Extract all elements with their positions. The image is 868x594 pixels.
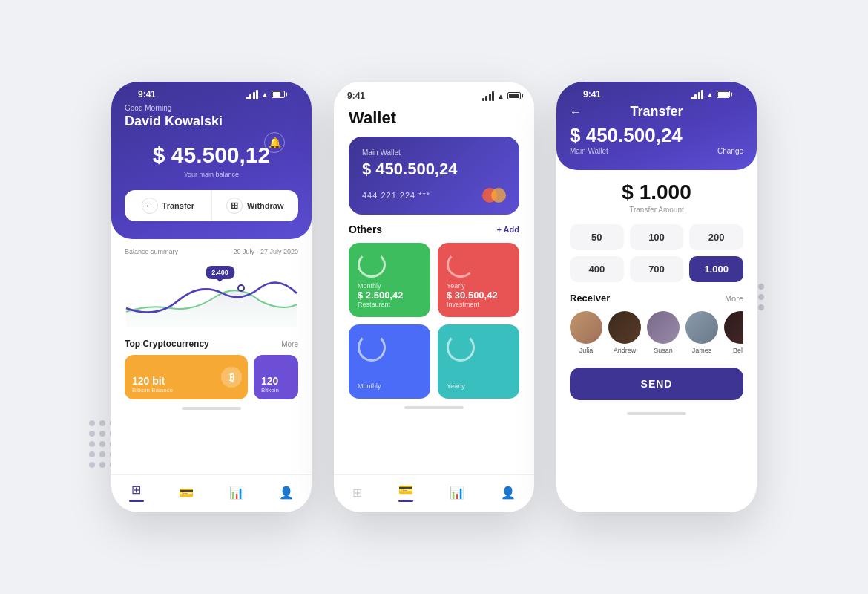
wallet-name-1: Restaurant (358, 301, 421, 308)
transfer-top: 9:41 ▲ ← Transfer $ 450.500,24 Main Wall… (556, 82, 757, 170)
signal-icon-1 (246, 90, 259, 99)
wallet-amount-1: $ 2.500,42 (358, 290, 421, 301)
receiver-julia[interactable]: Julia (570, 311, 602, 354)
nav-profile-2[interactable]: 👤 (493, 486, 523, 500)
battery-icon-1 (272, 91, 285, 98)
progress-circle-1 (358, 252, 386, 278)
add-button[interactable]: + Add (497, 225, 519, 234)
profile-icon: 👤 (279, 486, 294, 500)
crypto-more[interactable]: More (281, 340, 298, 348)
wallet-name-2: Investment (447, 301, 510, 308)
dashboard-icon: ⊞ (131, 483, 141, 497)
balance-label: Your main balance (125, 171, 298, 178)
receiver-name-susan: Susan (654, 347, 673, 354)
receiver-name-james: James (692, 347, 712, 354)
wallet-item-4[interactable]: Yearly (438, 324, 519, 399)
amount-btn-200[interactable]: 200 (689, 224, 743, 250)
mastercard-icon (482, 188, 506, 203)
avatar-susan (647, 311, 680, 344)
progress-circle-2 (447, 252, 475, 278)
transfer-amount-display: $ 1.000 (570, 180, 743, 204)
wallet-amount-2: $ 30.500,42 (447, 290, 510, 301)
others-title: Others (349, 223, 382, 235)
amount-btn-100[interactable]: 100 (630, 224, 684, 250)
greeting-label: Good Morning (125, 104, 298, 112)
withdraw-button[interactable]: ⊞ Withdraw (212, 190, 299, 221)
home-indicator-2 (404, 406, 464, 409)
dashboard-top: 9:41 ▲ Good Morning David Kowalski 🔔 (111, 82, 312, 239)
amount-btn-700[interactable]: 700 (630, 256, 684, 282)
receiver-james[interactable]: James (685, 311, 718, 354)
bottom-nav-1: ⊞ 💳 📊 👤 (111, 474, 312, 505)
receiver-header: Receiver More (570, 293, 743, 304)
transfer-amount-label: Transfer Amount (570, 206, 743, 214)
transfer-button[interactable]: ↔ Transfer (125, 190, 212, 221)
amount-btn-50[interactable]: 50 (570, 224, 624, 250)
phone-dashboard: 9:41 ▲ Good Morning David Kowalski 🔔 (111, 82, 312, 512)
transfer-nav: ← Transfer (570, 104, 743, 120)
wallet-title: Wallet (334, 105, 534, 137)
nav-card-2[interactable]: 💳 (391, 483, 421, 502)
transfer-amount-section: $ 1.000 Transfer Amount (570, 180, 743, 214)
avatar-andrew (608, 311, 641, 344)
nav-chart[interactable]: 📊 (222, 486, 251, 500)
progress-circle-3 (358, 333, 386, 362)
transfer-body: $ 1.000 Transfer Amount 50 100 200 400 7… (556, 170, 757, 411)
amount-btn-400[interactable]: 400 (570, 256, 624, 282)
send-button[interactable]: SEND (570, 368, 743, 400)
crypto-card-2[interactable]: 120 Bitkoin (254, 355, 298, 399)
phone-transfer: 9:41 ▲ ← Transfer $ 450.500,24 Main Wall… (556, 82, 757, 512)
receiver-bella[interactable]: Bella (724, 311, 743, 354)
wallet-card-footer: 444 221 224 *** (362, 188, 506, 203)
back-button[interactable]: ← (570, 105, 582, 119)
bell-icon[interactable]: 🔔 (264, 132, 285, 153)
crypto-card-bitcoin[interactable]: ₿ 120 bit Bitkoin Balance (125, 355, 248, 399)
avatar-james (685, 311, 718, 344)
status-icons-1: ▲ (246, 90, 285, 99)
wallet-period-3: Monthly (358, 382, 421, 390)
chart-icon-2: 📊 (450, 486, 464, 500)
wallet-item-investment[interactable]: Yearly $ 30.500,42 Investment (438, 243, 519, 317)
receiver-susan[interactable]: Susan (647, 311, 680, 354)
chart-date: 20 July - 27 July 2020 (233, 248, 298, 255)
chart-label: Balance summary (125, 248, 178, 255)
profile-icon-2: 👤 (501, 486, 516, 500)
nav-chart-2[interactable]: 📊 (442, 486, 472, 500)
nav-card[interactable]: 💳 (171, 486, 201, 500)
chart-section: Balance summary 20 July - 27 July 2020 (111, 239, 312, 333)
username-label: David Kowalski (125, 114, 298, 129)
battery-icon-3 (717, 91, 730, 98)
avatar-bella (724, 311, 743, 344)
chart-header: Balance summary 20 July - 27 July 2020 (125, 248, 298, 255)
wallet-item-3[interactable]: Monthly (349, 324, 430, 399)
mc-circle-right (491, 188, 506, 203)
nav-dashboard-2[interactable]: ⊞ (345, 486, 369, 500)
crypto-section: Top Cryptocurrency More ₿ 120 bit Bitkoi… (111, 333, 312, 405)
amount-btn-1000[interactable]: 1.000 (689, 256, 743, 282)
phones-container: 9:41 ▲ Good Morning David Kowalski 🔔 (111, 82, 757, 512)
receiver-list: Julia Andrew Susan James (570, 311, 743, 357)
card-icon-2: 💳 (398, 483, 413, 497)
wifi-icon-3: ▲ (706, 91, 714, 99)
battery-icon-2 (507, 92, 521, 99)
bitcoin-icon: ₿ (221, 367, 242, 388)
wallet-period-1: Monthly (358, 282, 421, 290)
nav-dashboard[interactable]: ⊞ (122, 483, 151, 502)
receiver-more[interactable]: More (725, 294, 743, 303)
crypto-amount-2: 120 (261, 375, 291, 387)
transfer-page-title: Transfer (630, 104, 683, 120)
progress-circle-4 (447, 333, 475, 362)
wallet-item-restaurant[interactable]: Monthly $ 2.500,42 Restaurant (349, 243, 430, 317)
home-indicator-1 (182, 407, 241, 410)
bottom-nav-2: ⊞ 💳 📊 👤 (334, 474, 534, 505)
card-icon: 💳 (179, 486, 194, 500)
receiver-title: Receiver (570, 293, 610, 304)
nav-profile[interactable]: 👤 (272, 486, 301, 500)
transfer-wallet-row: Main Wallet Change (570, 147, 743, 155)
receiver-andrew[interactable]: Andrew (608, 311, 641, 354)
status-bar-1: 9:41 ▲ (125, 82, 298, 104)
wallet-card: Main Wallet $ 450.500,24 444 221 224 *** (349, 137, 519, 215)
crypto-name-2: Bitkoin (261, 387, 291, 394)
change-button[interactable]: Change (717, 147, 743, 155)
transfer-icon: ↔ (142, 198, 158, 214)
